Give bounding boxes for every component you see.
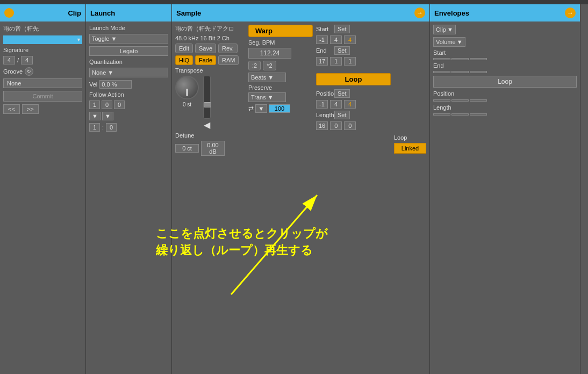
groove-refresh-button[interactable]: ↻	[25, 67, 33, 76]
pos-val3[interactable]: 4	[344, 100, 356, 109]
env-pos-input1[interactable]	[433, 99, 450, 102]
clip-color-bar[interactable]: ▼	[3, 35, 82, 44]
pos-val1[interactable]: -1	[316, 100, 328, 109]
start-set-button[interactable]: Set	[334, 25, 350, 33]
loop-section-label: Loop	[394, 134, 426, 141]
legato-button[interactable]: Legato	[89, 46, 168, 56]
beats-select[interactable]: Beats ▼	[248, 73, 286, 82]
env-pos-input2[interactable]	[451, 99, 469, 102]
env-loop-button[interactable]: Loop	[433, 76, 577, 88]
start-val1[interactable]: -1	[316, 35, 328, 44]
slider-arrow: ◀	[204, 120, 210, 130]
save-button[interactable]: Save	[195, 44, 216, 53]
annotation-line1: ここを点灯させるとクリップが	[156, 226, 328, 242]
start-val2[interactable]: 4	[330, 35, 342, 44]
env-start-input2[interactable]	[451, 58, 469, 60]
end-val1[interactable]: 17	[316, 57, 328, 66]
follow-num3[interactable]: 0	[114, 100, 125, 109]
signature-label: Signature	[3, 47, 28, 53]
transpose-knob[interactable]	[175, 76, 199, 99]
len-val1[interactable]: 16	[316, 121, 328, 130]
vel-label: Vel	[89, 81, 97, 88]
time-num1[interactable]: 1	[89, 123, 100, 132]
end-set-button[interactable]: Set	[334, 46, 350, 55]
div2-button[interactable]: :2	[248, 61, 261, 70]
groove-label: Groove	[3, 68, 23, 75]
follow-select1[interactable]: ▼	[89, 112, 101, 120]
groove-value[interactable]: None	[3, 78, 82, 88]
seg-bpm-value[interactable]: 112.24	[248, 48, 291, 59]
loop-button[interactable]: Loop	[316, 73, 391, 85]
pos-val2[interactable]: 4	[330, 100, 342, 109]
end-val3[interactable]: 1	[344, 57, 356, 66]
nav-prev-button[interactable]: <<	[3, 104, 20, 114]
edit-button[interactable]: Edit	[175, 44, 193, 53]
rev-button[interactable]: Rev.	[218, 44, 238, 53]
detune-ct[interactable]: 0 ct	[175, 144, 199, 153]
env-end-input1[interactable]	[433, 71, 450, 73]
trans-label: Trans	[251, 94, 266, 100]
end-val2[interactable]: 1	[330, 57, 342, 66]
length-set-button[interactable]: Set	[334, 111, 350, 119]
loop-icon: ⇄	[248, 105, 254, 112]
env-len-input3[interactable]	[470, 113, 487, 116]
hiq-button[interactable]: HiQ	[175, 55, 193, 65]
clip-dot	[4, 8, 14, 18]
sig-denom[interactable]: 4	[21, 56, 33, 64]
start-val3[interactable]: 4	[344, 35, 356, 44]
loop-value-input[interactable]: 100	[269, 104, 290, 113]
env-header-arrow[interactable]: →	[565, 8, 576, 18]
follow-num1[interactable]: 1	[89, 100, 100, 109]
env-pos-input3[interactable]	[470, 99, 487, 102]
follow-action-label: Follow Action	[89, 91, 168, 98]
nav-next-button[interactable]: >>	[22, 104, 39, 114]
env-start-input1[interactable]	[433, 58, 450, 60]
quantization-select[interactable]: None ▼	[89, 68, 168, 77]
env-len-input1[interactable]	[433, 113, 450, 116]
ram-button[interactable]: RAM	[218, 55, 239, 65]
len-val3[interactable]: 0	[344, 121, 356, 130]
follow-select2[interactable]: ▼	[102, 112, 113, 120]
env-end-input3[interactable]	[470, 71, 487, 73]
env-header-label: Envelopes	[434, 9, 469, 17]
detune-db[interactable]: 0.00 dB	[201, 141, 225, 156]
env-clip-label: Clip	[436, 26, 446, 33]
env-panel-header: Envelopes →	[430, 4, 580, 21]
fade-button[interactable]: Fade	[195, 55, 216, 65]
linked-button[interactable]: Linked	[394, 143, 426, 154]
env-end-input2[interactable]	[451, 71, 469, 73]
follow-num2[interactable]: 0	[102, 100, 112, 109]
mul2-button[interactable]: *2	[263, 61, 276, 70]
transpose-label: Transpose	[175, 67, 245, 74]
vel-input[interactable]: 0.0 %	[99, 80, 132, 89]
env-clip-select[interactable]: Clip ▼	[433, 25, 456, 34]
toggle-select[interactable]: Toggle ▼	[89, 34, 168, 44]
env-len-input2[interactable]	[451, 113, 469, 116]
signature-row: Signature	[3, 47, 82, 53]
trans-select[interactable]: Trans ▼	[248, 92, 286, 102]
clip-name: 雨の音（軒先	[3, 25, 82, 33]
commit-button[interactable]: Commit	[3, 91, 82, 102]
env-end-label: End	[433, 62, 487, 69]
quantization-label: Quantization	[89, 59, 168, 65]
quantization-none-label: None	[92, 69, 106, 76]
loop-select-arrow[interactable]: ▼	[255, 104, 267, 113]
sample-panel-header: Sample →	[172, 4, 429, 21]
groove-row: Groove ↻	[3, 67, 82, 76]
seg-bpm-label: Seg. BPM	[248, 39, 313, 46]
transpose-value: 0 st	[183, 102, 191, 107]
clip-color-arrow: ▼	[76, 37, 81, 42]
start-label: Start	[316, 26, 332, 32]
transpose-slider[interactable]: ◀	[203, 76, 211, 130]
len-val2[interactable]: 0	[330, 121, 342, 130]
env-start-input3[interactable]	[470, 58, 487, 60]
position-set-button[interactable]: Set	[334, 89, 350, 98]
sample-panel: Sample → 雨の音（軒先ドアクロ 48.0 kHz 16 Bit 2 Ch…	[172, 4, 430, 374]
annotation-area: ここを点灯させるとクリップが 繰り返し（ループ）再生する	[156, 226, 328, 259]
sample-header-arrow[interactable]: →	[414, 8, 425, 18]
env-volume-select[interactable]: Volume ▼	[433, 37, 465, 47]
beats-label: Beats	[251, 74, 266, 81]
sig-num[interactable]: 4	[3, 56, 15, 64]
time-num2[interactable]: 0	[106, 123, 117, 132]
warp-button[interactable]: Warp	[248, 25, 313, 37]
